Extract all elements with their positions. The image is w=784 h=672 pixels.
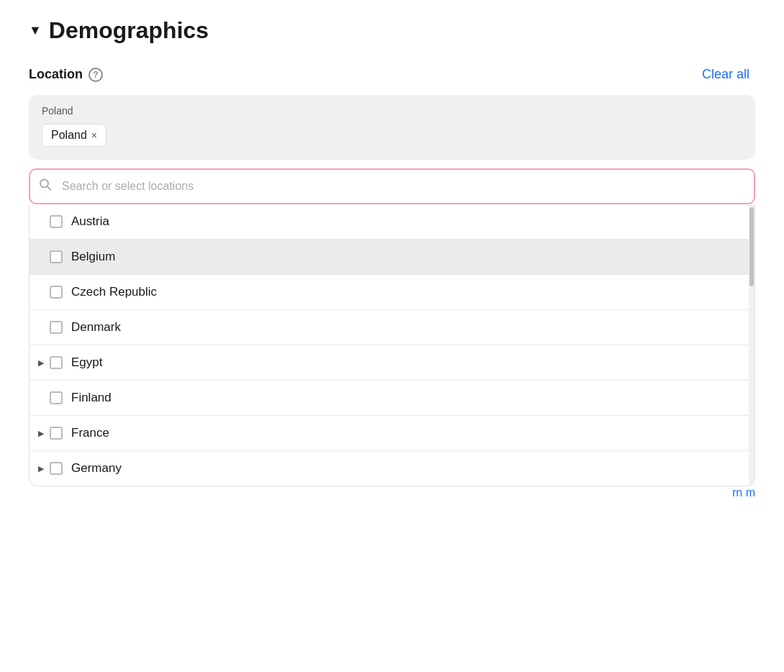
- checkbox-finland[interactable]: [50, 391, 63, 404]
- location-filter-section: Location ? Clear all Poland Poland ×: [29, 64, 755, 486]
- search-wrapper: [29, 168, 755, 204]
- checkbox-denmark[interactable]: [50, 321, 63, 334]
- section-title: Demographics: [49, 17, 209, 44]
- partial-link[interactable]: rn m: [732, 486, 755, 499]
- list-item-austria[interactable]: ▶ Austria: [29, 204, 755, 239]
- checkbox-germany[interactable]: [50, 462, 63, 475]
- list-item-czech-republic[interactable]: ▶ Czech Republic: [29, 275, 755, 309]
- location-search-input[interactable]: [29, 168, 755, 204]
- list-item-france[interactable]: ▶ France: [29, 416, 755, 450]
- search-icon: [39, 178, 52, 195]
- country-name-germany: Germany: [71, 461, 122, 476]
- tag-text: Poland: [51, 129, 87, 142]
- checkbox-belgium[interactable]: [50, 250, 63, 263]
- expand-arrow-egypt[interactable]: ▶: [38, 358, 44, 368]
- selected-tags-container: Poland Poland ×: [29, 95, 755, 160]
- checkbox-czech-republic[interactable]: [50, 286, 63, 299]
- country-name-austria: Austria: [71, 214, 109, 229]
- checkbox-france[interactable]: [50, 427, 63, 440]
- clear-all-button[interactable]: Clear all: [696, 64, 755, 85]
- checkbox-egypt[interactable]: [50, 356, 63, 369]
- list-item-denmark[interactable]: ▶ Denmark: [29, 310, 755, 345]
- tag-remove-button[interactable]: ×: [91, 130, 97, 140]
- checkbox-austria[interactable]: [50, 215, 63, 228]
- country-name-czech-republic: Czech Republic: [71, 285, 157, 299]
- list-item-finland[interactable]: ▶ Finland: [29, 381, 755, 415]
- section-header: ▼ Demographics: [29, 17, 755, 44]
- selected-country-label: Poland: [42, 105, 742, 117]
- expand-arrow-france[interactable]: ▶: [38, 429, 44, 438]
- scrollbar-track[interactable]: [749, 204, 755, 486]
- country-name-denmark: Denmark: [71, 320, 121, 335]
- country-name-finland: Finland: [71, 391, 111, 405]
- list-scroll-area[interactable]: ▶ Austria ▶ Belgium ▶ Czech Republic: [29, 204, 755, 486]
- list-item-belgium[interactable]: ▶ Belgium: [29, 240, 755, 274]
- filter-label-group: Location ?: [29, 67, 103, 82]
- chevron-icon[interactable]: ▼: [29, 23, 42, 38]
- scrollbar-thumb[interactable]: [749, 207, 754, 286]
- list-item-egypt[interactable]: ▶ Egypt: [29, 345, 755, 380]
- country-name-france: France: [71, 426, 109, 440]
- country-name-egypt: Egypt: [71, 355, 102, 370]
- selected-tag-poland: Poland ×: [42, 124, 106, 147]
- bottom-area: rn m: [29, 486, 755, 508]
- country-name-belgium: Belgium: [71, 250, 115, 264]
- page-container: ▼ Demographics Location ? Clear all Pola…: [0, 0, 784, 525]
- help-icon[interactable]: ?: [88, 68, 103, 82]
- location-dropdown-list: ▶ Austria ▶ Belgium ▶ Czech Republic: [29, 204, 755, 486]
- svg-line-1: [47, 186, 51, 190]
- filter-label: Location: [29, 67, 83, 82]
- filter-header: Location ? Clear all: [29, 64, 755, 85]
- list-item-germany[interactable]: ▶ Germany: [29, 451, 755, 486]
- expand-arrow-germany[interactable]: ▶: [38, 464, 44, 473]
